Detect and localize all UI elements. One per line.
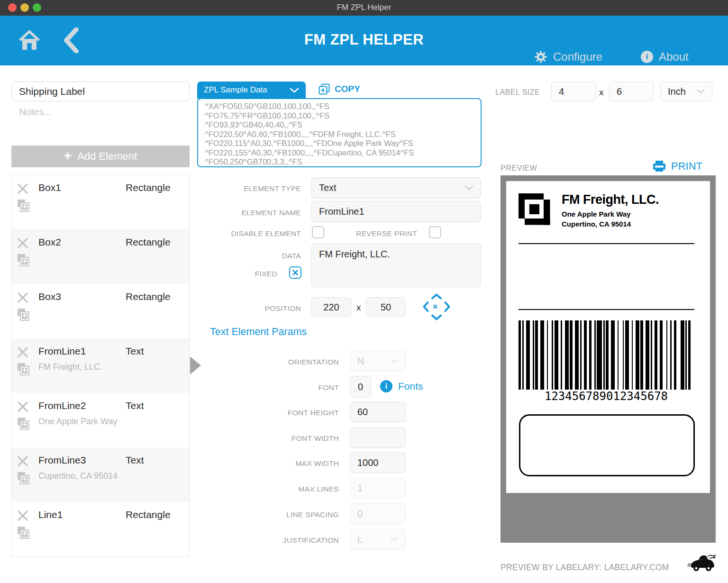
list-item-box3[interactable]: + Box3 Rectangle — [12, 284, 189, 338]
font-input[interactable]: 0 — [350, 376, 371, 397]
list-item-box1[interactable]: + Box1 Rectangle — [12, 175, 189, 229]
copy-icon — [318, 83, 330, 95]
zpl-sample-data-dropdown[interactable]: ZPL Sample Data — [197, 82, 306, 99]
barcode-bars — [519, 320, 691, 390]
barcode-digits: 123456789012345678 — [514, 390, 699, 403]
list-item-box2[interactable]: + Box2 Rectangle — [12, 229, 189, 284]
duplicate-icon[interactable]: + — [18, 254, 31, 267]
delete-icon[interactable] — [17, 510, 29, 522]
fonts-info-icon: i — [380, 380, 392, 392]
label-size-label: LABEL SIZE — [495, 88, 540, 97]
reverse-print-label: REVERSE PRINT — [332, 229, 417, 238]
notes-input[interactable]: Notes... — [19, 107, 52, 118]
delete-icon[interactable] — [17, 401, 29, 413]
list-item-line1[interactable]: + Line1 Rectangle — [12, 502, 189, 556]
delete-icon[interactable] — [17, 182, 29, 195]
element-type: Text — [126, 400, 144, 411]
max-lines-input[interactable]: 1 — [350, 478, 406, 499]
labelary-credit: PREVIEW BY LABELARY: LABELARY.COM — [500, 563, 669, 573]
list-item-fromline1[interactable]: + FromLine1 Text FM Freight, LLC. — [12, 338, 189, 393]
copy-button[interactable]: COPY — [318, 83, 360, 95]
duplicate-icon[interactable]: + — [18, 309, 31, 322]
gear-icon — [534, 50, 547, 64]
font-height-input[interactable]: 60 — [350, 401, 406, 422]
duplicate-icon[interactable]: + — [18, 418, 31, 431]
nudge-down-button[interactable] — [431, 314, 442, 322]
configure-label: Configure — [553, 50, 602, 64]
duplicate-icon[interactable]: + — [18, 200, 31, 213]
list-item-fromline3[interactable]: + FromLine3 Text Cupertino, CA 95014 — [12, 447, 189, 502]
font-width-input[interactable] — [350, 427, 406, 448]
delete-icon[interactable] — [17, 346, 29, 358]
add-element-label: Add Element — [77, 150, 137, 163]
label-rounded-box — [519, 414, 695, 476]
label-width-input[interactable]: 4 — [551, 82, 596, 101]
orientation-label: ORIENTATION — [197, 358, 339, 366]
duplicate-icon[interactable]: + — [18, 363, 31, 376]
zpl-code-text: ^XA^FO50,50^GB100,100,100,,^FS ^FO75,75^… — [205, 102, 474, 167]
titlebar: FM ZPL Helper — [0, 0, 728, 16]
position-nudge-pad: × — [423, 293, 450, 321]
element-name: Box3 — [38, 291, 61, 302]
line-spacing-input[interactable]: 0 — [350, 503, 406, 524]
nudge-right-button[interactable] — [444, 301, 450, 314]
duplicate-icon[interactable]: + — [18, 472, 31, 485]
element-name: FromLine1 — [38, 346, 86, 357]
element-type: Rectangle — [126, 509, 171, 520]
label-address1: One Apple Park Way — [562, 210, 631, 218]
element-type-select[interactable]: Text — [311, 177, 481, 199]
disable-element-checkbox[interactable] — [312, 226, 324, 238]
fixed-label: FIXED — [197, 270, 277, 278]
element-type: Rectangle — [126, 291, 171, 302]
delete-icon[interactable] — [17, 237, 29, 249]
position-y-input[interactable]: 50 — [366, 297, 406, 317]
window-title: FM ZPL Helper — [0, 3, 728, 12]
zpl-code-box[interactable]: ^XA^FO50,50^GB100,100,100,,^FS ^FO75,75^… — [197, 98, 482, 167]
element-name: Box1 — [38, 182, 61, 193]
justification-label: JUSTIFICATION — [197, 536, 339, 545]
fonts-link[interactable]: Fonts — [398, 381, 423, 392]
nudge-left-button[interactable] — [423, 301, 429, 314]
chevron-down-icon — [390, 359, 398, 364]
label-height-input[interactable]: 6 — [609, 82, 654, 101]
label-size-separator: x — [599, 87, 604, 98]
nudge-up-button[interactable] — [431, 293, 442, 301]
plus-icon: + — [64, 149, 72, 163]
print-label: PRINT — [671, 160, 702, 173]
element-subtitle: FM Freight, LLC. — [38, 362, 102, 372]
label-name-input[interactable]: Shipping Label — [11, 82, 190, 101]
text-element-params-title: Text Element Params — [210, 326, 307, 338]
position-label: POSITION — [197, 304, 301, 313]
font-label: FONT — [197, 383, 339, 392]
max-width-input[interactable]: 1000 — [350, 452, 406, 473]
line-spacing-label: LINE SPACING — [197, 510, 339, 519]
element-name: FromLine3 — [38, 455, 86, 466]
chevron-down-icon — [697, 89, 705, 94]
data-label: DATA — [197, 252, 301, 260]
element-name-input[interactable]: FromLine1 — [311, 201, 481, 222]
data-textarea[interactable]: FM Freight, LLC. — [311, 244, 481, 287]
justification-select[interactable]: L — [350, 529, 406, 550]
print-button[interactable]: PRINT — [653, 160, 702, 173]
print-icon — [653, 161, 665, 172]
label-unit-select[interactable]: Inch — [660, 82, 712, 101]
position-x-input[interactable]: 220 — [311, 297, 351, 317]
configure-button[interactable]: Configure — [534, 48, 602, 65]
element-type: Rectangle — [126, 237, 171, 248]
delete-icon[interactable] — [17, 455, 29, 467]
add-element-button[interactable]: + Add Element — [11, 146, 190, 167]
fixed-checkbox[interactable]: ✕ — [289, 266, 301, 279]
header-bar: FM ZPL HELPER Configure i About — [0, 16, 728, 65]
font-height-label: FONT HEIGHT — [197, 409, 339, 417]
nudge-center-button[interactable]: × — [433, 302, 438, 312]
element-name-label: ELEMENT NAME — [197, 209, 301, 217]
about-label: About — [659, 50, 689, 64]
max-width-label: MAX WIDTH — [197, 459, 339, 468]
reverse-print-checkbox[interactable] — [429, 226, 441, 238]
list-item-fromline2[interactable]: + FromLine2 Text One Apple Park Way — [12, 393, 189, 447]
delete-icon[interactable] — [17, 292, 29, 304]
orientation-select[interactable]: N — [350, 351, 406, 372]
element-type: Text — [126, 455, 144, 466]
duplicate-icon[interactable]: + — [18, 527, 31, 540]
about-button[interactable]: i About — [641, 48, 689, 65]
